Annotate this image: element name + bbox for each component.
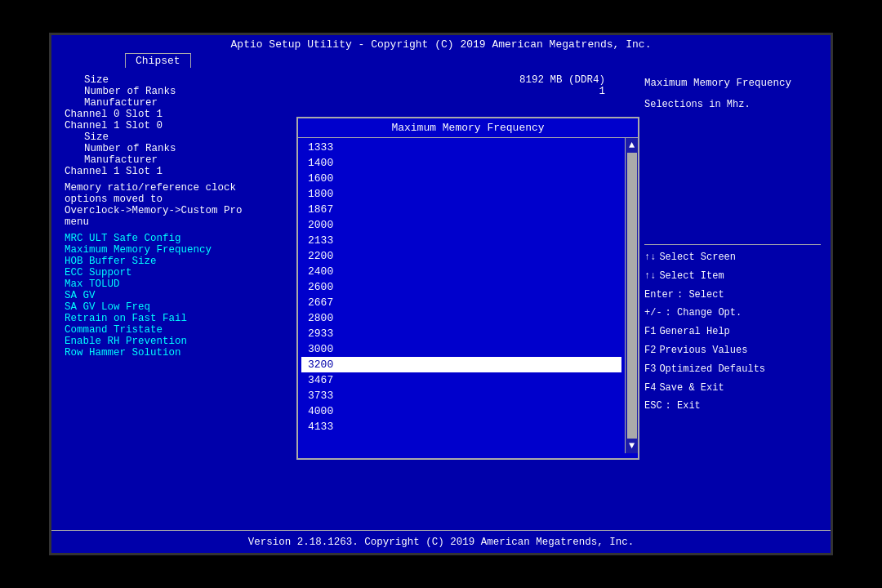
key-select-screen: ↑↓ Select Screen — [644, 248, 821, 267]
key-f4: F4 Save & Exit — [644, 379, 821, 398]
chipset-tab[interactable]: Chipset — [125, 53, 191, 68]
size-value: 8192 MB (DDR4) — [519, 74, 605, 86]
popup-items: 1333140016001800186720002133220024002600… — [298, 138, 625, 453]
popup-item-1400[interactable]: 1400 — [301, 155, 621, 171]
popup-scrollbar: ▲ ▼ — [625, 138, 638, 453]
popup-item-1800[interactable]: 1800 — [301, 186, 621, 202]
bottom-bar: Version 2.18.1263. Copyright (C) 2019 Am… — [51, 530, 831, 553]
popup-item-3733[interactable]: 3733 — [301, 388, 621, 403]
scroll-track — [627, 153, 637, 439]
ranks-label: Number of Ranks — [65, 86, 176, 97]
popup-list: 1333140016001800186720002133220024002600… — [298, 138, 638, 453]
bios-screen: Aptio Setup Utility - Copyright (C) 2019… — [49, 33, 833, 555]
memory-freq-popup: Maximum Memory Frequency 133314001600180… — [296, 117, 639, 460]
ranks-value: 1 — [599, 86, 605, 97]
key-select-item: ↑↓ Select Item — [644, 267, 821, 286]
help-section: Maximum Memory Frequency Selections in M… — [644, 74, 821, 114]
key-f2: F2 Previous Values — [644, 341, 821, 360]
popup-item-2933[interactable]: 2933 — [301, 326, 621, 341]
scroll-thumb — [628, 153, 636, 316]
scroll-up-arrow[interactable]: ▲ — [626, 140, 638, 151]
popup-item-3467[interactable]: 3467 — [301, 372, 621, 388]
manufacturer-row: Manufacturer — [65, 97, 621, 109]
left-panel: Size 8192 MB (DDR4) Number of Ranks 1 Ma… — [51, 68, 635, 528]
popup-item-1867[interactable]: 1867 — [301, 202, 621, 217]
size-label: Size — [65, 74, 109, 86]
popup-item-3000[interactable]: 3000 — [301, 341, 621, 357]
key-shortcuts: ↑↓ Select Screen ↑↓ Select Item Enter : … — [644, 248, 821, 416]
popup-item-2800[interactable]: 2800 — [301, 310, 621, 326]
popup-item-2667[interactable]: 2667 — [301, 295, 621, 310]
help-text: Selections in Mhz. — [644, 96, 821, 114]
right-panel: Maximum Memory Frequency Selections in M… — [635, 68, 831, 528]
popup-item-1333[interactable]: 1333 — [301, 140, 621, 155]
key-esc: ESC : Exit — [644, 397, 821, 416]
ranks-row: Number of Ranks 1 — [65, 86, 621, 97]
title-bar: Aptio Setup Utility - Copyright (C) 2019… — [51, 35, 831, 68]
popup-item-2133[interactable]: 2133 — [301, 233, 621, 248]
help-divider — [644, 244, 821, 245]
main-area: Size 8192 MB (DDR4) Number of Ranks 1 Ma… — [51, 68, 831, 528]
popup-item-2600[interactable]: 2600 — [301, 279, 621, 295]
size-row: Size 8192 MB (DDR4) — [65, 74, 621, 86]
key-change-opt: +/- : Change Opt. — [644, 304, 821, 323]
popup-item-1600[interactable]: 1600 — [301, 171, 621, 186]
popup-item-2400[interactable]: 2400 — [301, 264, 621, 279]
popup-item-3200[interactable]: 3200 — [301, 357, 621, 372]
help-title: Maximum Memory Frequency — [644, 74, 821, 93]
title-text: Aptio Setup Utility - Copyright (C) 2019… — [231, 38, 652, 51]
key-f3: F3 Optimized Defaults — [644, 360, 821, 379]
popup-item-2200[interactable]: 2200 — [301, 248, 621, 264]
popup-item-4133[interactable]: 4133 — [301, 419, 621, 434]
popup-item-2000[interactable]: 2000 — [301, 217, 621, 233]
scroll-down-arrow[interactable]: ▼ — [626, 440, 638, 452]
popup-title: Maximum Memory Frequency — [298, 118, 638, 138]
popup-item-4000[interactable]: 4000 — [301, 403, 621, 419]
key-enter: Enter : Select — [644, 286, 821, 305]
row-hammer-label: Row Hammer Solution — [65, 347, 181, 359]
key-f1: F1 General Help — [644, 323, 821, 341]
version-text: Version 2.18.1263. Copyright (C) 2019 Am… — [248, 537, 635, 548]
